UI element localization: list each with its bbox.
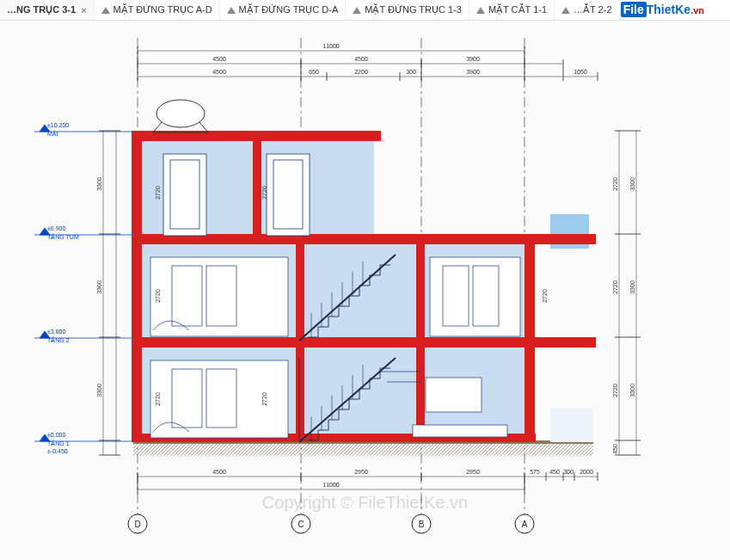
- dim-top-total: 11000: [322, 43, 340, 49]
- svg-rect-39: [413, 425, 507, 437]
- svg-text:3300: 3300: [629, 177, 635, 191]
- svg-rect-29: [150, 257, 288, 336]
- house-icon: [101, 7, 110, 14]
- brand-logo: FileThietKe.vn: [621, 2, 704, 17]
- level-soil: ±-0.450: [47, 448, 68, 454]
- svg-text:2950: 2950: [466, 469, 480, 475]
- house-icon: [353, 7, 361, 14]
- svg-text:4500: 4500: [354, 56, 368, 62]
- svg-text:300: 300: [563, 469, 574, 475]
- svg-text:2000: 2000: [580, 469, 593, 475]
- svg-text:4500: 4500: [212, 56, 226, 62]
- svg-text:3300: 3300: [96, 384, 102, 397]
- tab-label: MẶT ĐỨNG TRỤC D-A: [239, 4, 339, 15]
- water-tank: [156, 100, 205, 127]
- logo-thietke: ThietKe: [647, 3, 690, 16]
- logo-vn: .vn: [690, 5, 704, 15]
- level-2-name: TẦNG TUM: [47, 233, 79, 240]
- axis-d: D: [134, 520, 140, 529]
- svg-text:450: 450: [612, 444, 618, 454]
- svg-text:3300: 3300: [629, 280, 635, 294]
- svg-text:2720: 2720: [542, 289, 548, 303]
- drawing-canvas: D C B A ±0.000 TẦNG 1 ±-0.450 ±3.800 TẦN…: [0, 21, 730, 560]
- svg-rect-25: [163, 154, 206, 236]
- level-3-name: MÁI: [47, 130, 58, 137]
- svg-text:3300: 3300: [96, 280, 102, 294]
- svg-text:4500: 4500: [212, 469, 226, 475]
- svg-rect-21: [370, 131, 380, 141]
- svg-text:2720: 2720: [612, 280, 618, 294]
- level-0-name: TẦNG 1: [47, 440, 70, 446]
- svg-text:3300: 3300: [629, 384, 635, 397]
- tab-view[interactable]: MẶT CẮT 1-1: [469, 0, 555, 20]
- house-icon: [227, 7, 236, 14]
- axis-a: A: [522, 520, 528, 529]
- level-2-elev: ±6.900: [47, 225, 65, 231]
- svg-text:450: 450: [549, 469, 560, 475]
- svg-text:300: 300: [406, 69, 416, 75]
- tab-view[interactable]: …ẮT 2-2: [555, 0, 619, 20]
- svg-text:2720: 2720: [155, 186, 161, 200]
- tab-label: MẶT ĐỨNG TRỤC A-D: [113, 4, 212, 15]
- tab-view-active[interactable]: …NG TRỤC 3-1 ×: [0, 0, 95, 20]
- section-drawing: D C B A ±0.000 TẦNG 1 ±-0.450 ±3.800 TẦN…: [0, 21, 730, 560]
- axis-b: B: [419, 520, 425, 529]
- axis-c: C: [298, 520, 304, 529]
- svg-text:2720: 2720: [261, 186, 267, 200]
- svg-text:2720: 2720: [612, 177, 618, 191]
- svg-text:2720: 2720: [155, 289, 161, 303]
- svg-rect-38: [426, 378, 482, 412]
- svg-text:2950: 2950: [354, 469, 368, 475]
- tab-label: …ẮT 2-2: [574, 4, 611, 15]
- level-1-name: TẦNG 2: [47, 336, 70, 343]
- svg-rect-19: [524, 234, 535, 442]
- ground-hatch: [133, 442, 593, 456]
- house-icon: [476, 7, 485, 14]
- svg-rect-32: [430, 257, 520, 336]
- level-1-elev: ±3.800: [47, 329, 65, 335]
- dim-bot-total: 11000: [322, 482, 340, 488]
- svg-text:3900: 3900: [466, 69, 480, 75]
- svg-rect-20: [253, 131, 261, 236]
- tab-label: …NG TRỤC 3-1: [7, 4, 76, 15]
- svg-text:2200: 2200: [354, 69, 368, 75]
- tab-view[interactable]: MẶT ĐỨNG TRỤC 1-3: [346, 0, 469, 20]
- svg-text:2720: 2720: [612, 384, 618, 397]
- svg-text:1050: 1050: [574, 69, 587, 75]
- logo-file: File: [621, 2, 647, 17]
- house-icon: [561, 7, 570, 14]
- tab-view[interactable]: MẶT ĐỨNG TRỤC D-A: [220, 0, 347, 20]
- tab-label: MẶT CẮT 1-1: [488, 4, 547, 15]
- svg-rect-18: [416, 234, 425, 442]
- svg-rect-35: [150, 360, 288, 438]
- close-icon[interactable]: ×: [81, 5, 86, 15]
- svg-rect-27: [267, 154, 310, 236]
- svg-text:2720: 2720: [155, 392, 161, 406]
- level-0-elev: ±0.000: [47, 432, 65, 438]
- svg-text:3900: 3900: [466, 56, 480, 62]
- level-3-elev: ±10.200: [47, 122, 69, 128]
- svg-text:3300: 3300: [96, 177, 102, 191]
- svg-text:650: 650: [309, 69, 319, 75]
- svg-rect-16: [132, 131, 142, 442]
- svg-text:4500: 4500: [212, 69, 226, 75]
- svg-rect-11: [550, 408, 593, 442]
- svg-text:2720: 2720: [261, 392, 267, 406]
- svg-text:575: 575: [530, 469, 540, 475]
- tab-view[interactable]: MẶT ĐỨNG TRỤC A-D: [95, 0, 220, 20]
- tab-label: MẶT ĐỨNG TRỤC 1-3: [365, 4, 462, 15]
